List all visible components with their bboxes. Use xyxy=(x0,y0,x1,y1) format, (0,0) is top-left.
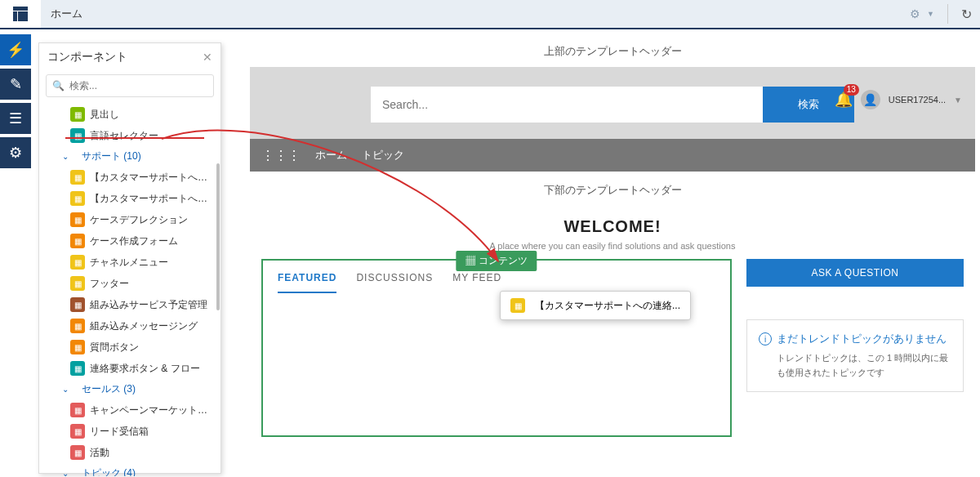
welcome-subtitle: A place where you can easily find soluti… xyxy=(250,241,975,251)
component-icon: ▦ xyxy=(70,212,85,227)
notification-bell-icon[interactable]: 🔔13 xyxy=(835,91,853,109)
nav-home[interactable]: ホーム xyxy=(315,148,347,163)
tree-item[interactable]: ▦【カスタマーサポートへの連... xyxy=(39,167,220,188)
chevron-down-icon: ⌄ xyxy=(62,469,74,476)
refresh-icon[interactable]: ↻ xyxy=(953,7,980,22)
nav-topic[interactable]: トピック xyxy=(362,148,404,163)
component-icon: ▦ xyxy=(70,170,85,185)
username: USER17254... xyxy=(889,95,946,105)
tree-item[interactable]: ▦見出し xyxy=(39,104,220,125)
tree-item[interactable]: ▦ケースデフレクション xyxy=(39,209,220,230)
preview-canvas: 上部のテンプレートヘッダー 検索 🔔13 👤 USER17254... ▼ ⋮⋮… xyxy=(250,36,975,474)
tree-item[interactable]: ▦連絡要求ボタン & フロー xyxy=(39,358,220,379)
component-icon: ▦ xyxy=(70,445,85,460)
left-rail: ⚡ ✎ ☰ ⚙ xyxy=(0,31,38,172)
component-icon: ▦ xyxy=(70,234,85,248)
rail-theme[interactable]: ✎ xyxy=(0,69,31,100)
panel-title: コンポーネント xyxy=(47,50,127,65)
component-icon: ▦ xyxy=(70,340,85,354)
tab-discussions[interactable]: DISCUSSIONS xyxy=(356,272,433,293)
trending-subtitle: トレンドトピックは、この 1 時間以内に最も使用されたトピックです xyxy=(759,351,951,380)
svg-rect-0 xyxy=(13,7,28,11)
drag-tooltip-label: 【カスタマーサポートへの連絡... xyxy=(535,299,680,313)
tree-item-label: リード受信箱 xyxy=(90,425,214,439)
component-icon: ▦ xyxy=(70,255,85,270)
tree-item[interactable]: ▦組み込みメッセージング xyxy=(39,315,220,337)
tab-myfeed[interactable]: MY FEED xyxy=(452,272,501,293)
tree-item[interactable]: ▦言語セレクター xyxy=(39,125,220,146)
nav-bar: ⋮⋮⋮ ホーム トピック xyxy=(250,139,975,172)
tree-item-label: 連絡要求ボタン & フロー xyxy=(90,362,214,376)
component-icon: ▦ xyxy=(70,424,85,439)
component-panel: コンポーネント ✕ 🔍 ▦見出し▦言語セレクター⌄サポート (10)▦【カスタマ… xyxy=(38,42,221,474)
tab-featured[interactable]: FEATURED xyxy=(278,272,336,293)
chevron-down-icon[interactable]: ▼ xyxy=(927,10,934,18)
scrollbar[interactable] xyxy=(216,163,220,310)
annotation-underline xyxy=(65,137,204,139)
tree-item[interactable]: ▦キャンペーンマーケットプレ... xyxy=(39,399,220,421)
component-icon: ▦ xyxy=(70,403,85,417)
svg-rect-2 xyxy=(18,11,28,21)
tree-category[interactable]: ⌄サポート (10) xyxy=(39,146,220,167)
chevron-down-icon: ⌄ xyxy=(62,152,74,161)
component-icon: ▦ xyxy=(70,191,85,206)
tree-item[interactable]: ▦質問ボタン xyxy=(39,337,220,358)
component-icon: ▦ xyxy=(70,297,85,312)
component-icon: ▦ xyxy=(70,276,85,291)
tree-item-label: 言語セレクター xyxy=(90,129,214,143)
rail-components[interactable]: ⚡ xyxy=(0,34,31,65)
tree-category[interactable]: ⌄セールス (3) xyxy=(39,379,220,399)
tree-item-label: 組み込みサービス予定管理 xyxy=(90,298,214,312)
trending-title: まだトレンドトピックがありません xyxy=(777,332,947,346)
tree-item-label: 組み込みメッセージング xyxy=(90,319,214,333)
gear-icon[interactable]: ⚙ xyxy=(910,7,920,20)
divider xyxy=(947,4,948,24)
top-bar: ホーム ⚙ ▼ ↻ xyxy=(0,0,980,29)
rail-settings[interactable]: ⚙ xyxy=(0,137,31,168)
component-icon: ▦ xyxy=(70,107,85,122)
rail-pages[interactable]: ☰ xyxy=(0,103,31,134)
tree-item-label: 活動 xyxy=(90,446,214,460)
tree-item[interactable]: ▦活動 xyxy=(39,442,220,463)
hero-section: 検索 🔔13 👤 USER17254... ▼ ⋮⋮⋮ ホーム トピック xyxy=(250,67,975,172)
component-tree: ▦見出し▦言語セレクター⌄サポート (10)▦【カスタマーサポートへの連...▦… xyxy=(39,100,220,476)
tree-item-label: チャネルメニュー xyxy=(90,256,214,270)
tree-category[interactable]: ⌄トピック (4) xyxy=(39,463,220,476)
component-icon: ▦ xyxy=(70,128,85,143)
content-label: ▦ コンテンツ xyxy=(456,251,537,271)
tree-item-label: キャンペーンマーケットプレ... xyxy=(90,403,214,417)
component-icon: ▦ xyxy=(70,361,85,376)
avatar[interactable]: 👤 xyxy=(861,90,880,109)
tree-item[interactable]: ▦【カスタマーサポートへの連... xyxy=(39,188,220,209)
welcome-title: WELCOME! xyxy=(250,217,975,236)
hero-search-input[interactable] xyxy=(371,87,763,123)
template-header-top: 上部のテンプレートヘッダー xyxy=(250,36,975,67)
tree-item[interactable]: ▦リード受信箱 xyxy=(39,421,220,442)
svg-rect-1 xyxy=(13,11,17,21)
chevron-down-icon[interactable]: ▼ xyxy=(954,96,962,105)
tree-item-label: 【カスタマーサポートへの連... xyxy=(90,192,214,206)
tree-item-label: フッター xyxy=(90,277,214,291)
app-logo[interactable] xyxy=(0,0,41,28)
tree-item-label: ケース作成フォーム xyxy=(90,234,214,248)
tree-item[interactable]: ▦フッター xyxy=(39,273,220,294)
content-dropzone[interactable]: ▦ コンテンツ FEATURED DISCUSSIONS MY FEED xyxy=(261,259,732,437)
trending-box: i まだトレンドトピックがありません トレンドトピックは、この 1 時間以内に最… xyxy=(746,319,964,392)
layout-icon xyxy=(13,7,28,21)
panel-search-input[interactable] xyxy=(46,74,214,97)
tree-item[interactable]: ▦ケース作成フォーム xyxy=(39,230,220,252)
tree-item[interactable]: ▦組み込みサービス予定管理 xyxy=(39,294,220,315)
close-icon[interactable]: ✕ xyxy=(203,51,212,64)
app-launcher-icon[interactable]: ⋮⋮⋮ xyxy=(261,148,301,163)
welcome-block: WELCOME! A place where you can easily fi… xyxy=(250,209,975,259)
page-title: ホーム xyxy=(41,7,92,21)
tree-item-label: ケースデフレクション xyxy=(90,213,214,227)
ask-question-button[interactable]: ASK A QUESTION xyxy=(746,259,964,287)
info-icon: i xyxy=(759,332,772,345)
search-icon: 🔍 xyxy=(52,80,65,91)
tree-item[interactable]: ▦チャネルメニュー xyxy=(39,252,220,273)
tree-item-label: 見出し xyxy=(90,108,214,122)
component-icon: ▦ xyxy=(70,319,85,333)
drag-tooltip: ▦ 【カスタマーサポートへの連絡... xyxy=(500,291,691,320)
notification-badge: 13 xyxy=(844,84,859,96)
